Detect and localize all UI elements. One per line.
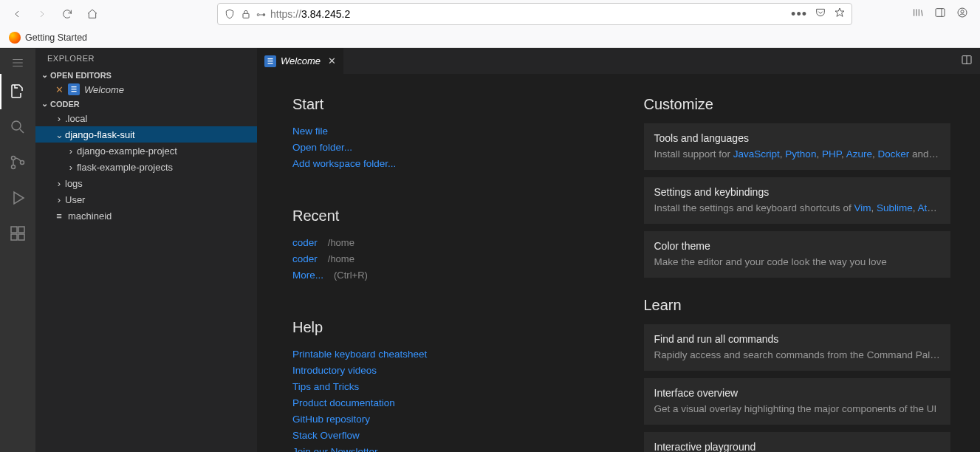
- svg-point-6: [12, 165, 16, 169]
- customize-tools-card[interactable]: Tools and languages Install support for …: [644, 123, 951, 170]
- svg-rect-9: [18, 227, 24, 233]
- editor-tab-welcome[interactable]: ☰ Welcome ✕: [257, 48, 344, 74]
- explorer-activity[interactable]: [0, 74, 35, 109]
- close-tab-icon[interactable]: ✕: [328, 55, 336, 66]
- bookmark-star-icon[interactable]: [834, 7, 846, 22]
- customize-heading: Customize: [644, 96, 951, 113]
- svg-point-5: [12, 157, 16, 160]
- tree-file-machineid[interactable]: ≡machineid: [35, 208, 257, 224]
- learn-commands-card[interactable]: Find and run all commands Rapidly access…: [644, 324, 951, 371]
- help-link[interactable]: Join our Newsletter: [292, 444, 600, 452]
- vscode-app: EXPLORER ⌄OPEN EDITORS ✕ ☰ Welcome ⌄CODE…: [0, 48, 980, 452]
- back-button[interactable]: [6, 3, 28, 25]
- help-link[interactable]: Tips and Tricks: [292, 379, 600, 395]
- svg-point-4: [12, 121, 21, 130]
- learn-playground-card[interactable]: Interactive playground: [644, 432, 951, 452]
- customize-theme-card[interactable]: Color theme Make the editor and your cod…: [644, 231, 951, 278]
- svg-rect-1: [936, 9, 945, 17]
- help-link[interactable]: Introductory videos: [292, 363, 600, 379]
- search-activity[interactable]: [0, 109, 35, 145]
- activity-bar: [0, 48, 35, 452]
- add-workspace-link[interactable]: Add workspace folder...: [292, 156, 600, 172]
- sidebar-toggle-icon[interactable]: [934, 7, 946, 21]
- page-actions-icon[interactable]: •••: [791, 7, 807, 22]
- svg-rect-10: [11, 234, 17, 240]
- svg-point-7: [21, 161, 24, 165]
- reload-button[interactable]: [56, 3, 78, 25]
- editor-tab-bar: ☰ Welcome ✕: [257, 48, 980, 74]
- browser-tab[interactable]: Getting Started: [4, 32, 92, 44]
- folder-section[interactable]: ⌄CODER: [35, 97, 257, 110]
- explorer-sidebar: EXPLORER ⌄OPEN EDITORS ✕ ☰ Welcome ⌄CODE…: [35, 48, 257, 452]
- svg-point-3: [961, 10, 964, 13]
- tree-folder-user[interactable]: ›User: [35, 191, 257, 208]
- url-text: https://3.84.245.2: [270, 8, 787, 20]
- welcome-file-icon: ☰: [68, 83, 80, 95]
- open-folder-link[interactable]: Open folder...: [292, 140, 600, 156]
- menu-button[interactable]: [0, 52, 35, 74]
- learn-overview-card[interactable]: Interface overview Get a visual overlay …: [644, 378, 951, 425]
- svg-rect-11: [18, 234, 24, 240]
- file-tree: ›.local ⌄django-flask-suit ›django-examp…: [35, 110, 257, 224]
- help-link[interactable]: Stack Overflow: [292, 428, 600, 444]
- new-file-link[interactable]: New file: [292, 123, 600, 140]
- toolbar-right: [912, 7, 974, 21]
- browser-tab-strip: Getting Started: [0, 28, 980, 48]
- recent-more[interactable]: More...(Ctrl+R): [292, 267, 600, 284]
- welcome-right-column: Customize Tools and languages Install su…: [644, 96, 951, 437]
- recent-heading: Recent: [292, 208, 600, 225]
- extensions-activity[interactable]: [0, 216, 35, 251]
- editor-area: ☰ Welcome ✕ Start New file Open folder..…: [257, 48, 980, 452]
- url-bar[interactable]: ⊶ https://3.84.245.2 •••: [217, 3, 852, 25]
- tree-folder-flask-example[interactable]: ›flask-example-projects: [35, 159, 257, 175]
- pocket-icon[interactable]: [815, 7, 826, 22]
- permissions-icon: ⊶: [256, 9, 266, 20]
- welcome-left-column: Start New file Open folder... Add worksp…: [292, 96, 600, 437]
- recent-item[interactable]: coder/home: [292, 235, 600, 251]
- library-icon[interactable]: [912, 7, 924, 21]
- learn-heading: Learn: [644, 297, 951, 314]
- start-heading: Start: [292, 96, 600, 113]
- open-editors-section[interactable]: ⌄OPEN EDITORS: [35, 69, 257, 81]
- account-icon[interactable]: [956, 7, 968, 21]
- browser-toolbar: ⊶ https://3.84.245.2 •••: [0, 0, 980, 28]
- help-heading: Help: [292, 319, 600, 336]
- help-link[interactable]: Printable keyboard cheatsheet: [292, 346, 600, 363]
- svg-rect-0: [243, 13, 249, 18]
- svg-rect-8: [11, 227, 17, 233]
- help-link[interactable]: GitHub repository: [292, 411, 600, 428]
- explorer-title: EXPLORER: [35, 48, 257, 69]
- shield-icon: [224, 8, 236, 20]
- file-icon: ≡: [53, 210, 65, 222]
- close-editor-icon[interactable]: ✕: [53, 84, 65, 95]
- tree-folder-local[interactable]: ›.local: [35, 110, 257, 126]
- split-editor-icon[interactable]: [961, 54, 973, 68]
- tree-folder-django-example[interactable]: ›django-example-project: [35, 143, 257, 159]
- open-editor-item[interactable]: ✕ ☰ Welcome: [35, 81, 257, 97]
- welcome-tab-icon: ☰: [264, 55, 276, 67]
- firefox-favicon: [9, 32, 21, 44]
- debug-activity[interactable]: [0, 180, 35, 216]
- help-link[interactable]: Product documentation: [292, 395, 600, 411]
- browser-tab-title: Getting Started: [25, 32, 87, 43]
- scm-activity[interactable]: [0, 145, 35, 180]
- home-button[interactable]: [81, 3, 103, 25]
- forward-button[interactable]: [31, 3, 53, 25]
- tree-folder-django-flask-suit[interactable]: ⌄django-flask-suit: [35, 126, 257, 143]
- lock-icon: [240, 8, 252, 20]
- tree-folder-logs[interactable]: ›logs: [35, 175, 257, 191]
- recent-item[interactable]: coder/home: [292, 251, 600, 267]
- customize-settings-card[interactable]: Settings and keybindings Install the set…: [644, 177, 951, 224]
- welcome-page: Start New file Open folder... Add worksp…: [257, 74, 980, 452]
